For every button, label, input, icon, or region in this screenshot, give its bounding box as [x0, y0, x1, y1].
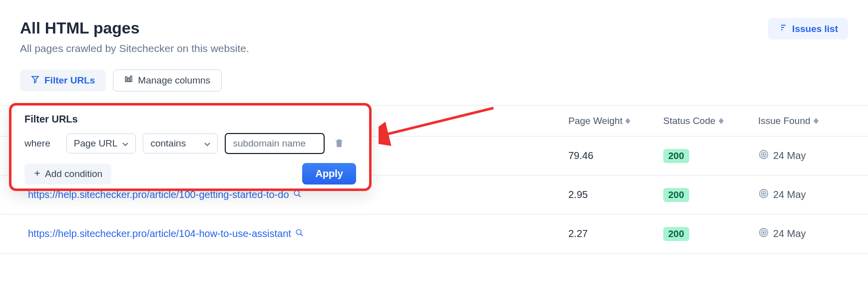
col-header-issue-found[interactable]: Issue Found: [758, 116, 868, 126]
issues-list-label: Issues list: [792, 24, 838, 34]
filter-icon: [31, 75, 39, 86]
filter-value-input[interactable]: [225, 133, 325, 154]
page-title: All HTML pages: [0, 0, 868, 38]
svg-rect-7: [125, 77, 127, 82]
col-header-status-code-label: Status Code: [663, 116, 716, 126]
toolbar: Filter URLs Manage columns: [0, 54, 868, 92]
sort-icon: [814, 118, 819, 124]
svg-point-17: [763, 193, 765, 194]
columns-icon: [124, 75, 133, 86]
manage-columns-button[interactable]: Manage columns: [113, 70, 222, 92]
field-select-value: Page URL: [74, 138, 118, 149]
sort-icon: [625, 118, 630, 124]
col-header-issue-found-label: Issue Found: [758, 116, 811, 126]
svg-point-12: [763, 154, 765, 156]
apply-button[interactable]: Apply: [302, 163, 356, 184]
cell-issue-date: 24 May: [773, 189, 806, 200]
table-row: https://help.sitechecker.pro/article/104…: [0, 214, 868, 254]
svg-rect-9: [130, 76, 132, 82]
col-header-page-weight-label: Page Weight: [568, 116, 622, 126]
add-condition-button[interactable]: Add condition: [24, 164, 111, 184]
status-badge: 200: [663, 227, 689, 241]
status-badge: 200: [663, 188, 689, 202]
add-condition-label: Add condition: [45, 168, 102, 180]
arrow-annotation: [379, 105, 498, 150]
operator-select-value: contains: [150, 138, 186, 149]
cell-issue-date: 24 May: [773, 228, 806, 240]
cell-issue-date: 24 May: [773, 150, 806, 162]
chevron-down-icon: [204, 138, 210, 149]
search-icon[interactable]: [295, 228, 304, 240]
cell-page-weight: 79.46: [568, 150, 663, 162]
svg-point-22: [763, 232, 765, 234]
col-header-page-weight[interactable]: Page Weight: [568, 116, 663, 126]
cell-page-weight: 2.95: [568, 189, 663, 200]
cell-issue-found: 24 May: [758, 188, 868, 202]
delete-condition-button[interactable]: [332, 136, 347, 152]
issues-list-button[interactable]: Issues list: [768, 18, 848, 40]
target-icon: [758, 188, 769, 202]
col-header-status-code[interactable]: Status Code: [663, 116, 758, 126]
apply-label: Apply: [315, 168, 343, 179]
chevron-down-icon: [122, 138, 128, 149]
trash-icon: [334, 142, 345, 150]
manage-columns-label: Manage columns: [138, 75, 210, 86]
target-icon: [758, 149, 769, 162]
plus-icon: [33, 168, 41, 180]
status-badge: 200: [663, 149, 689, 163]
filter-urls-panel: Filter URLs where Page URL contains A: [9, 103, 372, 191]
list-icon: [778, 23, 787, 34]
page-subtitle: All pages crawled by Sitechecker on this…: [0, 38, 868, 54]
svg-line-14: [298, 195, 300, 197]
cell-issue-found: 24 May: [758, 227, 868, 240]
svg-marker-6: [32, 76, 38, 83]
field-select[interactable]: Page URL: [66, 134, 136, 154]
page-url-text: https://help.sitechecker.pro/article/104…: [28, 228, 291, 240]
svg-point-18: [296, 230, 301, 234]
page-url-link[interactable]: https://help.sitechecker.pro/article/104…: [20, 228, 568, 240]
operator-select[interactable]: contains: [143, 134, 218, 154]
filter-urls-button[interactable]: Filter URLs: [20, 70, 106, 92]
filter-panel-title: Filter URLs: [24, 114, 356, 125]
cell-page-weight: 2.27: [568, 228, 663, 240]
svg-point-13: [294, 190, 299, 196]
sort-icon: [719, 118, 724, 124]
target-icon: [758, 227, 769, 240]
svg-line-23: [384, 108, 493, 135]
svg-rect-8: [128, 78, 129, 82]
where-label: where: [24, 138, 50, 149]
filter-urls-label: Filter URLs: [44, 75, 95, 86]
svg-line-19: [301, 234, 303, 236]
cell-issue-found: 24 May: [758, 149, 868, 162]
